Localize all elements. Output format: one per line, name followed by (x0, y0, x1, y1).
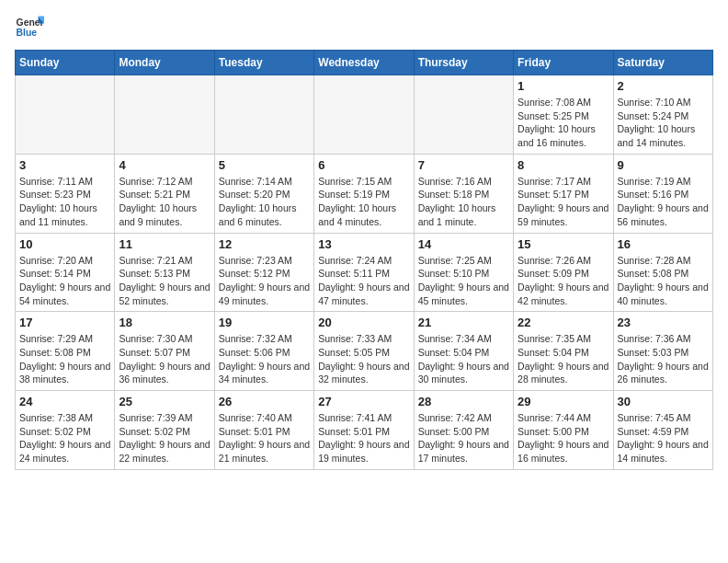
calendar-cell: 6Sunrise: 7:15 AM Sunset: 5:19 PM Daylig… (314, 154, 414, 233)
calendar-cell: 17Sunrise: 7:29 AM Sunset: 5:08 PM Dayli… (16, 312, 115, 391)
calendar-cell: 19Sunrise: 7:32 AM Sunset: 5:06 PM Dayli… (214, 312, 313, 391)
day-info: Sunrise: 7:23 AM Sunset: 5:12 PM Dayligh… (219, 254, 310, 308)
logo-icon: General Blue (15, 15, 44, 40)
day-info: Sunrise: 7:35 AM Sunset: 5:04 PM Dayligh… (518, 332, 609, 386)
day-number: 6 (318, 158, 409, 172)
day-number: 25 (119, 395, 210, 408)
calendar-cell: 9Sunrise: 7:19 AM Sunset: 5:16 PM Daylig… (613, 154, 712, 233)
day-info: Sunrise: 7:28 AM Sunset: 5:08 PM Dayligh… (618, 254, 709, 308)
svg-text:Blue: Blue (17, 28, 38, 38)
day-number: 8 (518, 158, 609, 172)
day-of-week-header: Wednesday (314, 51, 414, 75)
day-number: 5 (219, 158, 310, 172)
calendar-cell: 7Sunrise: 7:16 AM Sunset: 5:18 PM Daylig… (414, 154, 513, 233)
day-number: 20 (318, 316, 409, 329)
day-info: Sunrise: 7:12 AM Sunset: 5:21 PM Dayligh… (119, 175, 210, 229)
calendar-cell: 29Sunrise: 7:44 AM Sunset: 5:00 PM Dayli… (514, 391, 613, 470)
calendar-cell: 27Sunrise: 7:41 AM Sunset: 5:01 PM Dayli… (314, 391, 414, 470)
day-number: 23 (618, 316, 709, 329)
day-info: Sunrise: 7:33 AM Sunset: 5:05 PM Dayligh… (318, 332, 409, 386)
day-info: Sunrise: 7:11 AM Sunset: 5:23 PM Dayligh… (19, 175, 110, 229)
day-info: Sunrise: 7:38 AM Sunset: 5:02 PM Dayligh… (19, 411, 110, 465)
calendar-cell: 23Sunrise: 7:36 AM Sunset: 5:03 PM Dayli… (613, 312, 712, 391)
day-number: 24 (19, 395, 110, 408)
day-info: Sunrise: 7:30 AM Sunset: 5:07 PM Dayligh… (119, 332, 210, 386)
day-info: Sunrise: 7:36 AM Sunset: 5:03 PM Dayligh… (618, 332, 709, 386)
day-info: Sunrise: 7:45 AM Sunset: 4:59 PM Dayligh… (618, 411, 709, 465)
day-info: Sunrise: 7:21 AM Sunset: 5:13 PM Dayligh… (119, 254, 210, 308)
day-number: 14 (418, 237, 509, 251)
day-info: Sunrise: 7:19 AM Sunset: 5:16 PM Dayligh… (618, 175, 709, 229)
calendar-cell (115, 75, 214, 155)
calendar-header-row: SundayMondayTuesdayWednesdayThursdayFrid… (16, 51, 713, 75)
day-number: 2 (618, 79, 709, 93)
calendar-week-row: 10Sunrise: 7:20 AM Sunset: 5:14 PM Dayli… (16, 233, 713, 312)
day-info: Sunrise: 7:10 AM Sunset: 5:24 PM Dayligh… (618, 96, 709, 150)
day-number: 21 (418, 316, 509, 329)
calendar-cell: 3Sunrise: 7:11 AM Sunset: 5:23 PM Daylig… (16, 154, 115, 233)
day-number: 15 (518, 237, 609, 251)
calendar-cell: 8Sunrise: 7:17 AM Sunset: 5:17 PM Daylig… (514, 154, 613, 233)
calendar-cell: 28Sunrise: 7:42 AM Sunset: 5:00 PM Dayli… (414, 391, 513, 470)
calendar-cell (414, 75, 513, 155)
day-number: 29 (518, 395, 609, 408)
day-info: Sunrise: 7:29 AM Sunset: 5:08 PM Dayligh… (19, 332, 110, 386)
calendar-cell: 20Sunrise: 7:33 AM Sunset: 5:05 PM Dayli… (314, 312, 414, 391)
calendar-cell: 16Sunrise: 7:28 AM Sunset: 5:08 PM Dayli… (613, 233, 712, 312)
day-number: 1 (518, 79, 609, 93)
day-info: Sunrise: 7:15 AM Sunset: 5:19 PM Dayligh… (318, 175, 409, 229)
calendar-week-row: 17Sunrise: 7:29 AM Sunset: 5:08 PM Dayli… (16, 312, 713, 391)
calendar-cell (16, 75, 115, 155)
calendar-cell: 5Sunrise: 7:14 AM Sunset: 5:20 PM Daylig… (214, 154, 313, 233)
day-number: 4 (119, 158, 210, 172)
day-info: Sunrise: 7:20 AM Sunset: 5:14 PM Dayligh… (19, 254, 110, 308)
day-of-week-header: Thursday (414, 51, 513, 75)
day-info: Sunrise: 7:25 AM Sunset: 5:10 PM Dayligh… (418, 254, 509, 308)
calendar-cell: 1Sunrise: 7:08 AM Sunset: 5:25 PM Daylig… (514, 75, 613, 155)
day-number: 28 (418, 395, 509, 408)
calendar-cell: 11Sunrise: 7:21 AM Sunset: 5:13 PM Dayli… (115, 233, 214, 312)
day-number: 11 (119, 237, 210, 251)
day-number: 9 (618, 158, 709, 172)
day-info: Sunrise: 7:08 AM Sunset: 5:25 PM Dayligh… (518, 96, 609, 150)
day-of-week-header: Saturday (613, 51, 712, 75)
day-number: 17 (19, 316, 110, 329)
calendar-cell: 18Sunrise: 7:30 AM Sunset: 5:07 PM Dayli… (115, 312, 214, 391)
calendar-cell: 21Sunrise: 7:34 AM Sunset: 5:04 PM Dayli… (414, 312, 513, 391)
day-info: Sunrise: 7:42 AM Sunset: 5:00 PM Dayligh… (418, 411, 509, 465)
calendar-cell: 22Sunrise: 7:35 AM Sunset: 5:04 PM Dayli… (514, 312, 613, 391)
calendar-cell: 13Sunrise: 7:24 AM Sunset: 5:11 PM Dayli… (314, 233, 414, 312)
day-of-week-header: Monday (115, 51, 214, 75)
day-info: Sunrise: 7:44 AM Sunset: 5:00 PM Dayligh… (518, 411, 609, 465)
calendar-week-row: 24Sunrise: 7:38 AM Sunset: 5:02 PM Dayli… (16, 391, 713, 470)
day-info: Sunrise: 7:24 AM Sunset: 5:11 PM Dayligh… (318, 254, 409, 308)
day-of-week-header: Sunday (16, 51, 115, 75)
day-number: 19 (219, 316, 310, 329)
day-info: Sunrise: 7:41 AM Sunset: 5:01 PM Dayligh… (318, 411, 409, 465)
calendar-cell: 14Sunrise: 7:25 AM Sunset: 5:10 PM Dayli… (414, 233, 513, 312)
day-number: 30 (618, 395, 709, 408)
calendar-week-row: 3Sunrise: 7:11 AM Sunset: 5:23 PM Daylig… (16, 154, 713, 233)
day-number: 18 (119, 316, 210, 329)
page-header: General Blue (15, 15, 713, 40)
day-number: 16 (618, 237, 709, 251)
day-number: 27 (318, 395, 409, 408)
day-number: 3 (19, 158, 110, 172)
day-of-week-header: Friday (514, 51, 613, 75)
day-number: 13 (318, 237, 409, 251)
calendar-cell: 25Sunrise: 7:39 AM Sunset: 5:02 PM Dayli… (115, 391, 214, 470)
calendar-cell: 10Sunrise: 7:20 AM Sunset: 5:14 PM Dayli… (16, 233, 115, 312)
day-number: 26 (219, 395, 310, 408)
day-number: 10 (19, 237, 110, 251)
day-of-week-header: Tuesday (214, 51, 313, 75)
calendar-cell: 2Sunrise: 7:10 AM Sunset: 5:24 PM Daylig… (613, 75, 712, 155)
calendar-cell: 12Sunrise: 7:23 AM Sunset: 5:12 PM Dayli… (214, 233, 313, 312)
day-info: Sunrise: 7:17 AM Sunset: 5:17 PM Dayligh… (518, 175, 609, 229)
calendar-cell: 24Sunrise: 7:38 AM Sunset: 5:02 PM Dayli… (16, 391, 115, 470)
day-info: Sunrise: 7:26 AM Sunset: 5:09 PM Dayligh… (518, 254, 609, 308)
day-info: Sunrise: 7:16 AM Sunset: 5:18 PM Dayligh… (418, 175, 509, 229)
calendar-cell: 30Sunrise: 7:45 AM Sunset: 4:59 PM Dayli… (613, 391, 712, 470)
day-number: 22 (518, 316, 609, 329)
calendar-cell: 26Sunrise: 7:40 AM Sunset: 5:01 PM Dayli… (214, 391, 313, 470)
calendar-cell (314, 75, 414, 155)
